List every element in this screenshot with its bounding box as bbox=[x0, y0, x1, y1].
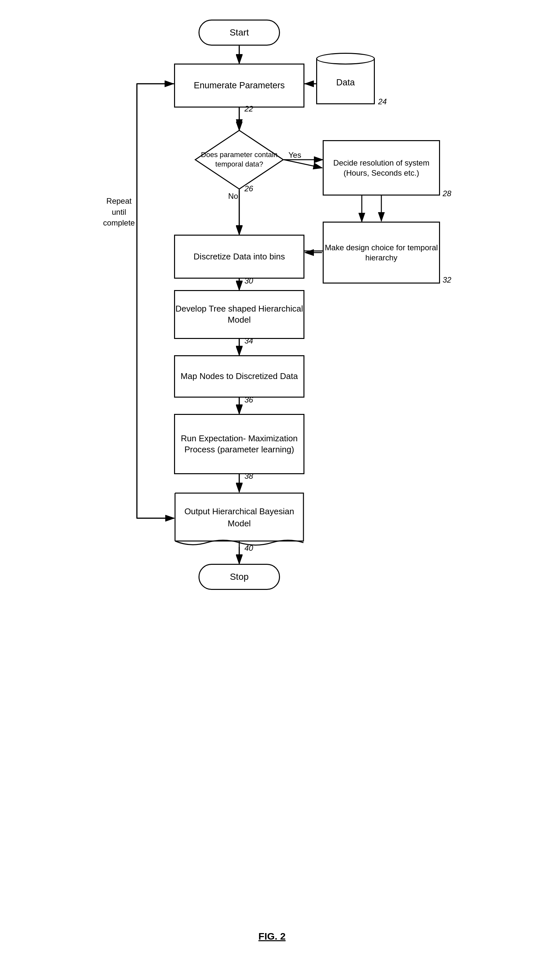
svg-line-21 bbox=[284, 160, 322, 168]
label-40: 40 bbox=[245, 544, 253, 553]
label-36: 36 bbox=[245, 395, 253, 404]
label-28: 28 bbox=[443, 189, 452, 198]
start-node: Start bbox=[199, 19, 280, 46]
run-em-node: Run Expectation- Maximization Process (p… bbox=[174, 414, 304, 474]
yes-label: Yes bbox=[288, 151, 301, 160]
repeat-label: Repeat until complete bbox=[101, 196, 137, 229]
label-26: 26 bbox=[245, 184, 253, 193]
map-nodes-node: Map Nodes to Discretized Data bbox=[174, 355, 304, 398]
enumerate-parameters-node: Enumerate Parameters bbox=[174, 64, 304, 108]
label-24: 24 bbox=[378, 97, 387, 106]
design-choice-node: Make design choice for temporal hierarch… bbox=[323, 222, 440, 283]
label-34: 34 bbox=[245, 336, 253, 345]
stop-node: Stop bbox=[199, 564, 280, 590]
label-32: 32 bbox=[443, 275, 452, 285]
figure-caption: FIG. 2 bbox=[258, 931, 286, 942]
output-node: Output Hierarchical Bayesian Model bbox=[174, 492, 304, 549]
label-38: 38 bbox=[245, 472, 253, 481]
label-22: 22 bbox=[245, 104, 253, 113]
data-node: Data bbox=[316, 59, 375, 104]
flowchart-diagram: Start Enumerate Parameters 22 Data 24 Do… bbox=[0, 0, 544, 961]
temporal-decision-node: Does parameter contain temporal data? bbox=[194, 129, 285, 191]
decide-resolution-node: Decide resolution of system (Hours, Seco… bbox=[323, 140, 440, 196]
no-label: No bbox=[228, 192, 238, 201]
develop-tree-node: Develop Tree shaped Hierarchical Model bbox=[174, 290, 304, 339]
label-30: 30 bbox=[245, 276, 253, 285]
discretize-node: Discretize Data into bins bbox=[174, 235, 304, 278]
